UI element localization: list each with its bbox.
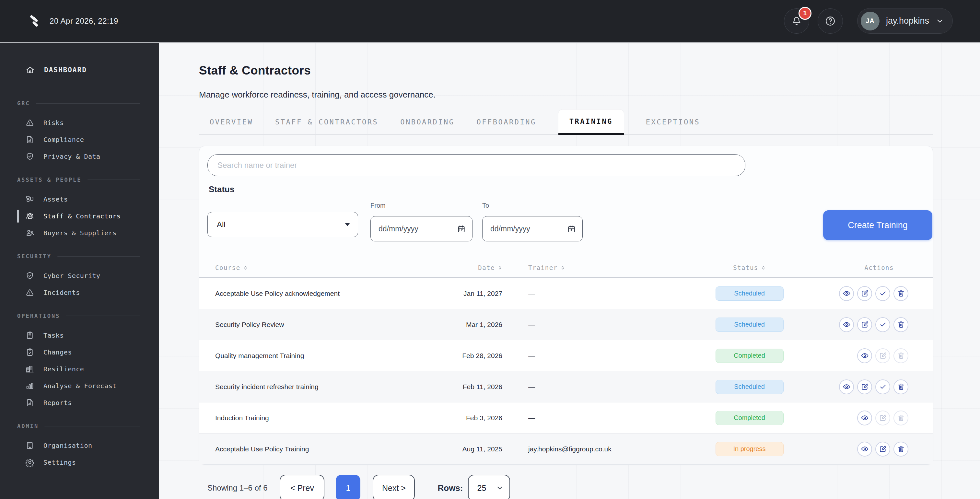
status-badge: Completed <box>716 349 784 363</box>
sidebar-item-compliance[interactable]: Compliance <box>0 131 159 148</box>
tab-onboarding[interactable]: ONBOARDING <box>400 118 454 126</box>
edit-button[interactable] <box>857 380 872 394</box>
sidebar-item-incidents[interactable]: Incidents <box>0 284 159 301</box>
sidebar: DASHBOARD GRC Risks Compliance Privacy &… <box>0 43 159 499</box>
table-header-actions: Actions <box>864 258 894 277</box>
date-cell: Aug 11, 2025 <box>449 434 502 464</box>
view-button[interactable] <box>857 410 872 426</box>
page-title: Staff & Contractors <box>199 64 933 78</box>
rows-per-page-value: 25 <box>477 483 486 493</box>
tab-offboarding[interactable]: OFFBOARDING <box>477 118 536 126</box>
page-1-button[interactable]: 1 <box>336 475 360 499</box>
sidebar-item-label: DASHBOARD <box>44 66 87 74</box>
status-filter-label: Status <box>209 184 234 194</box>
view-button[interactable] <box>839 317 854 332</box>
course-cell: Quality management Training <box>215 340 304 371</box>
calendar-icon[interactable] <box>457 224 466 233</box>
view-button[interactable] <box>857 348 872 363</box>
warning-triangle-icon <box>25 288 34 297</box>
delete-button[interactable] <box>894 380 908 394</box>
from-date-placeholder: dd/mm/yyyy <box>379 224 418 233</box>
next-page-button[interactable]: Next > <box>373 475 415 499</box>
from-date-input[interactable]: dd/mm/yyyy <box>371 216 473 242</box>
people-two-icon <box>25 229 34 237</box>
to-date-input[interactable]: dd/mm/yyyy <box>482 216 583 242</box>
sidebar-item-staff-contractors[interactable]: Staff & Contractors <box>0 208 159 224</box>
view-button[interactable] <box>857 442 872 456</box>
actions-cell <box>839 309 908 340</box>
trainer-cell: — <box>528 309 535 340</box>
tab-exceptions[interactable]: EXCEPTIONS <box>646 118 700 126</box>
table-header-date[interactable]: Date <box>449 258 502 277</box>
tab-overview[interactable]: OVERVIEW <box>210 118 253 126</box>
rows-per-page-label: Rows: <box>438 483 463 493</box>
sidebar-item-tasks[interactable]: Tasks <box>0 327 159 344</box>
table-row: Security incident refresher training Feb… <box>199 371 933 402</box>
complete-button[interactable] <box>875 380 890 394</box>
edit-button[interactable] <box>857 286 872 301</box>
tab-staff-contractors[interactable]: STAFF & CONTRACTORS <box>275 118 378 126</box>
trash-icon <box>897 289 905 297</box>
calendar-icon[interactable] <box>567 224 576 233</box>
sort-icon <box>560 265 565 270</box>
course-cell: Acceptable Use Policy Training <box>215 434 309 464</box>
sidebar-item-risks[interactable]: Risks <box>0 114 159 131</box>
sidebar-item-organisation[interactable]: Organisation <box>0 437 159 454</box>
rows-per-page-select[interactable]: 25 <box>468 475 510 499</box>
sidebar-item-privacy-data[interactable]: Privacy & Data <box>0 148 159 165</box>
eye-icon <box>861 445 869 453</box>
shield-check-icon <box>25 271 34 280</box>
eye-icon <box>843 383 851 391</box>
sidebar-item-dashboard[interactable]: DASHBOARD <box>0 62 159 78</box>
avatar: JA <box>861 12 880 30</box>
notification-badge: 1 <box>799 7 811 20</box>
sidebar-item-analyse-forecast[interactable]: Analyse & Forecast <box>0 378 159 394</box>
chevron-down-icon <box>496 484 504 492</box>
sidebar-item-reports[interactable]: Reports <box>0 394 159 411</box>
sidebar-item-resilience[interactable]: Resilience <box>0 361 159 378</box>
status-filter-value: All <box>217 220 226 229</box>
status-cell: Scheduled <box>711 309 788 340</box>
shield-check-icon <box>25 152 34 161</box>
edit-button[interactable] <box>857 317 872 332</box>
section-title: ASSETS & PEOPLE <box>0 176 159 184</box>
complete-button[interactable] <box>875 286 890 301</box>
user-menu[interactable]: JA jay.hopkins <box>857 8 953 34</box>
check-icon <box>879 321 887 329</box>
brand: 20 Apr 2026, 22:19 <box>28 13 118 29</box>
table-header-status[interactable]: Status <box>711 258 788 277</box>
sidebar-item-settings[interactable]: Settings <box>0 454 159 471</box>
date-cell: Feb 3, 2026 <box>449 402 502 433</box>
table-header-course[interactable]: Course <box>215 258 248 277</box>
pencil-square-icon <box>861 321 869 329</box>
search-input[interactable] <box>207 154 745 176</box>
edit-button <box>875 410 890 426</box>
trash-icon <box>897 445 905 453</box>
sidebar-item-buyers-suppliers[interactable]: Buyers & Suppliers <box>0 224 159 242</box>
view-button[interactable] <box>839 286 854 301</box>
table-row: Security Policy Review Mar 1, 2026 — Sch… <box>199 309 933 340</box>
delete-button[interactable] <box>894 442 908 456</box>
complete-button[interactable] <box>875 317 890 332</box>
view-button[interactable] <box>839 380 854 394</box>
sidebar-item-assets[interactable]: Assets <box>0 191 159 208</box>
sidebar-section-security: SECURITY Cyber Security Incidents <box>0 253 159 301</box>
sidebar-item-changes[interactable]: Changes <box>0 344 159 361</box>
to-date-placeholder: dd/mm/yyyy <box>490 224 530 233</box>
status-filter-select[interactable]: All <box>207 212 358 237</box>
building-icon <box>25 441 34 450</box>
prev-page-button[interactable]: < Prev <box>280 475 325 499</box>
delete-button[interactable] <box>894 286 908 301</box>
notifications-button[interactable]: 1 <box>784 8 809 34</box>
pagination-bar: Showing 1–6 of 6 < Prev 1 Next > Rows: 2… <box>199 475 933 499</box>
tab-training[interactable]: TRAINING <box>558 110 624 135</box>
table-row: Quality management Training Feb 28, 2026… <box>199 340 933 371</box>
help-button[interactable] <box>818 8 843 34</box>
sidebar-item-cyber-security[interactable]: Cyber Security <box>0 267 159 284</box>
edit-button[interactable] <box>875 442 890 456</box>
status-badge: Scheduled <box>716 286 784 301</box>
delete-button[interactable] <box>894 317 908 332</box>
pencil-square-icon <box>879 414 887 422</box>
create-training-button[interactable]: Create Training <box>823 210 932 240</box>
table-header-trainer[interactable]: Trainer <box>528 258 565 277</box>
